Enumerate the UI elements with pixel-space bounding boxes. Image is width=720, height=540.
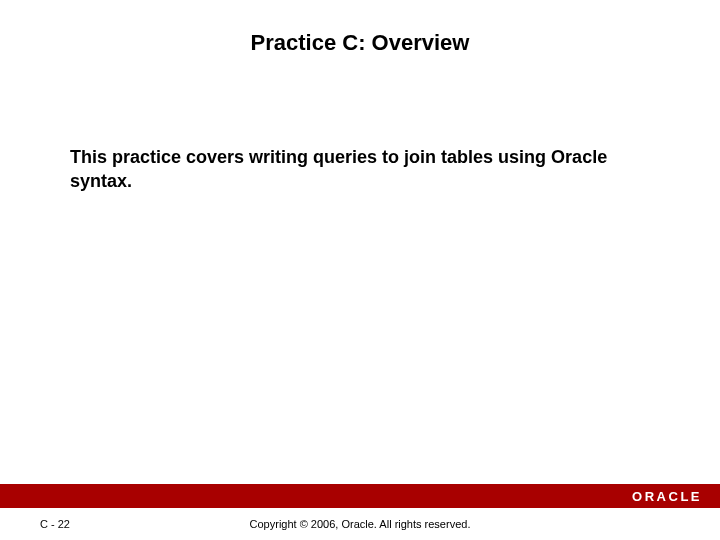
- footer: C - 22 Copyright © 2006, Oracle. All rig…: [0, 508, 720, 540]
- slide-title: Practice C: Overview: [0, 0, 720, 66]
- slide-body-text: This practice covers writing queries to …: [70, 145, 660, 194]
- oracle-logo: ORACLE: [632, 489, 702, 504]
- page-number: C - 22: [40, 518, 70, 530]
- brand-bar: ORACLE: [0, 484, 720, 508]
- copyright-text: Copyright © 2006, Oracle. All rights res…: [0, 518, 720, 530]
